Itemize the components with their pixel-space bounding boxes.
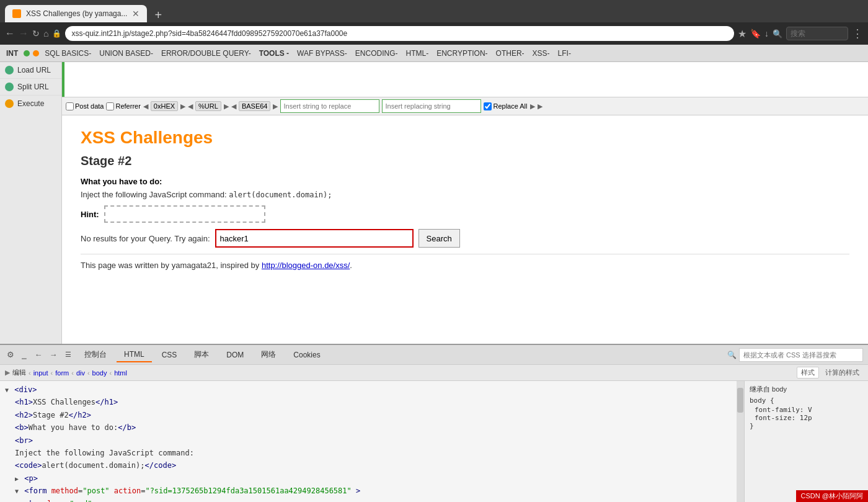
toolbar-tools[interactable]: TOOLS - bbox=[255, 48, 293, 59]
html-line-6: Inject the following JavaScript command: bbox=[5, 447, 732, 459]
footer-link[interactable]: http://blogged-on.de/xss/ bbox=[262, 261, 350, 270]
devtools-icon-1[interactable]: ⚙ bbox=[5, 349, 16, 361]
percent-url-label[interactable]: %URL bbox=[195, 101, 221, 111]
breadcrumb-input[interactable]: input bbox=[33, 369, 48, 377]
devtools-nav-forward[interactable]: → bbox=[47, 349, 60, 361]
breadcrumb-form[interactable]: form bbox=[55, 369, 69, 377]
replace-all-check[interactable]: Replace All bbox=[484, 102, 527, 110]
toolbar-sql-basics[interactable]: SQL BASICS- bbox=[41, 48, 95, 59]
breadcrumb-sep-3: ‹ bbox=[87, 369, 90, 377]
devtools-nav-list[interactable]: ☰ bbox=[62, 349, 74, 361]
breadcrumb-edit[interactable]: 编辑 bbox=[12, 368, 26, 377]
browser-tab-bar: XSS Challenges (by yamaga... ✕ + bbox=[0, 0, 868, 22]
back-icon[interactable]: ← bbox=[5, 28, 15, 39]
search-icon: 🔍 bbox=[773, 29, 782, 38]
referrer-check[interactable]: Referrer bbox=[106, 102, 140, 110]
bookmark-icon[interactable]: 🔖 bbox=[750, 29, 761, 38]
styles-tab[interactable]: 样式 bbox=[797, 367, 819, 379]
devtools-toolbar: ⚙ ⎯ ← → ☰ 控制台 HTML CSS 脚本 DOM 网络 Cookies… bbox=[0, 345, 868, 365]
devtools-icon-small: ▶ bbox=[5, 369, 10, 377]
search-input[interactable] bbox=[215, 229, 414, 248]
arrow-right-2: ▶ bbox=[224, 102, 229, 110]
toolbar-union-based[interactable]: UNION BASED- bbox=[95, 48, 157, 59]
devtools-nav-back[interactable]: ← bbox=[32, 349, 45, 361]
tab-html[interactable]: HTML bbox=[117, 347, 152, 362]
toolbar-int[interactable]: INT bbox=[2, 48, 22, 59]
sidebar-execute[interactable]: Execute bbox=[0, 96, 61, 112]
html-line-8: ▶ <p> bbox=[5, 472, 732, 485]
sidebar-split-url[interactable]: Split URL bbox=[0, 79, 61, 96]
devtools-scrollbar-thumb[interactable] bbox=[737, 388, 743, 413]
breadcrumb-body[interactable]: body bbox=[92, 369, 107, 377]
collapse-btn-p[interactable]: ▶ bbox=[15, 475, 19, 482]
html-line-10: <hr class="red"> bbox=[5, 498, 732, 502]
page-title: XSS Challenges bbox=[81, 128, 849, 148]
url-textarea[interactable] bbox=[64, 62, 868, 97]
tab-script[interactable]: 脚本 bbox=[187, 347, 216, 362]
toolbar-waf-bypass[interactable]: WAF BYPASS- bbox=[293, 48, 351, 59]
main-toolbar: INT SQL BASICS- UNION BASED- ERROR/DOUBL… bbox=[0, 45, 868, 62]
insert-replace-input[interactable] bbox=[280, 99, 379, 113]
download-icon[interactable]: ↓ bbox=[764, 29, 769, 38]
tab-close-icon[interactable]: ✕ bbox=[132, 9, 140, 19]
right-panel-font-size: font-size: 12p bbox=[750, 414, 863, 422]
browser-search-input[interactable] bbox=[786, 27, 848, 40]
devtools-search: 🔍 bbox=[727, 348, 863, 362]
devtools-search-input[interactable] bbox=[739, 348, 863, 362]
new-tab-button[interactable]: + bbox=[149, 8, 167, 22]
insert-replacing-input[interactable] bbox=[382, 99, 481, 113]
html-line-2: <h1>XSS Challenges</h1> bbox=[5, 396, 732, 408]
tab-title: XSS Challenges (by yamaga... bbox=[26, 9, 127, 18]
toolbar-html[interactable]: HTML- bbox=[402, 48, 432, 59]
toolbar-encryption[interactable]: ENCRYPTION- bbox=[433, 48, 491, 59]
active-tab[interactable]: XSS Challenges (by yamaga... ✕ bbox=[5, 5, 147, 22]
search-row: No results for your Query. Try again: Se… bbox=[81, 229, 849, 248]
search-button[interactable]: Search bbox=[418, 229, 460, 248]
breadcrumb-sep-4: ‹ bbox=[109, 369, 112, 377]
toolbar-encoding[interactable]: ENCODING- bbox=[352, 48, 402, 59]
post-data-checkbox[interactable] bbox=[66, 102, 74, 110]
toolbar-error-double[interactable]: ERROR/DOUBLE QUERY- bbox=[157, 48, 255, 59]
right-panel: 继承自 body body { font-family: V font-size… bbox=[744, 381, 868, 502]
toolbar-other[interactable]: OTHER- bbox=[492, 48, 528, 59]
menu-icon[interactable]: ⋮ bbox=[852, 27, 863, 40]
collapse-btn-form[interactable]: ▼ bbox=[15, 488, 19, 495]
page-area: Post data Referrer ◀ 0xHEX ▶ ◀ %URL ▶ ◀ … bbox=[62, 62, 868, 344]
tab-dom[interactable]: DOM bbox=[219, 348, 251, 362]
hex-label[interactable]: 0xHEX bbox=[151, 101, 178, 111]
sidebar-load-url[interactable]: Load URL bbox=[0, 62, 61, 79]
breadcrumb-div[interactable]: div bbox=[76, 369, 85, 377]
reload-icon[interactable]: ↻ bbox=[32, 29, 40, 38]
url-bar-area bbox=[62, 62, 868, 97]
html-line-9: ▼ <form method="post" action="?sid=13752… bbox=[5, 485, 732, 497]
toolbar-xss[interactable]: XSS- bbox=[529, 48, 554, 59]
footer-text: This page was written by yamagata21, ins… bbox=[81, 261, 849, 270]
load-url-icon bbox=[5, 66, 14, 74]
base64-label[interactable]: BASE64 bbox=[239, 101, 271, 111]
toolbar-dot-orange bbox=[33, 50, 39, 56]
tab-network[interactable]: 网络 bbox=[254, 347, 283, 362]
html-line-1: ▼ <div> bbox=[5, 383, 732, 396]
devtools-scrollbar[interactable] bbox=[737, 381, 744, 502]
collapse-btn-div[interactable]: ▼ bbox=[5, 387, 9, 393]
task-desc: Inject the following JavaScript command:… bbox=[81, 190, 849, 199]
toolbar-lfi[interactable]: LFI- bbox=[554, 48, 575, 59]
devtools-icon-2[interactable]: ⎯ bbox=[19, 349, 30, 361]
post-data-check[interactable]: Post data bbox=[66, 102, 104, 110]
replace-all-checkbox[interactable] bbox=[484, 102, 492, 110]
computed-tab[interactable]: 计算的样式 bbox=[822, 367, 863, 378]
tab-css[interactable]: CSS bbox=[154, 348, 185, 362]
left-sidebar: Load URL Split URL Execute bbox=[0, 62, 62, 344]
tab-console[interactable]: 控制台 bbox=[77, 347, 114, 362]
url-input[interactable] bbox=[65, 26, 734, 41]
execute-icon bbox=[5, 99, 14, 108]
referrer-checkbox[interactable] bbox=[106, 102, 114, 110]
star-icon[interactable]: ★ bbox=[738, 28, 746, 40]
arrow-right-4: ▶ bbox=[530, 102, 535, 110]
right-panel-font-family: font-family: V bbox=[750, 406, 863, 414]
breadcrumb-html[interactable]: html bbox=[114, 369, 127, 377]
home-icon[interactable]: ⌂ bbox=[43, 29, 48, 38]
forward-icon[interactable]: → bbox=[19, 28, 29, 39]
arrow-right-1: ▶ bbox=[180, 102, 185, 110]
tab-cookies[interactable]: Cookies bbox=[286, 348, 327, 362]
